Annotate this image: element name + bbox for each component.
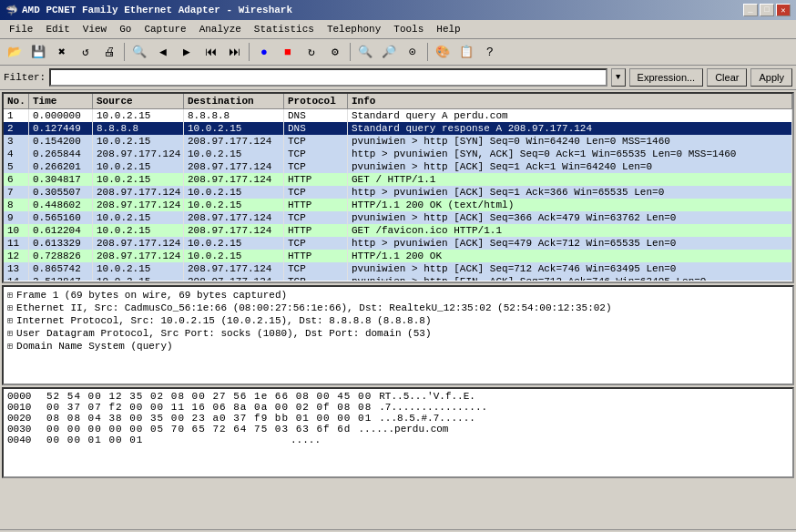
- packet-row[interactable]: 20.1274498.8.8.810.0.2.15DNSStandard que…: [4, 122, 792, 135]
- go-back-button[interactable]: ◀: [152, 41, 174, 63]
- expand-icon: ⊞: [7, 302, 13, 313]
- packet-cell-no: 12: [4, 250, 29, 262]
- expand-icon: ⊞: [7, 290, 13, 301]
- prefs-button[interactable]: 📋: [455, 41, 477, 63]
- filter-bar: Filter: ▼ Expression... Clear Apply: [0, 66, 796, 90]
- detail-row[interactable]: ⊞Internet Protocol, Src: 10.0.2.15 (10.0…: [5, 314, 791, 327]
- col-source[interactable]: Source: [93, 94, 184, 108]
- menu-item-go[interactable]: Go: [114, 22, 137, 36]
- packet-cell-time: 0.612204: [29, 224, 93, 237]
- go-first-button[interactable]: ⏮: [199, 41, 221, 63]
- packet-row[interactable]: 30.15420010.0.2.15208.97.177.124TCPpvuni…: [4, 135, 792, 148]
- packet-cell-no: 4: [4, 148, 29, 160]
- main-content: No. ▲ Time Source Destination Protocol I…: [0, 90, 796, 529]
- filter-dropdown[interactable]: ▼: [611, 68, 626, 87]
- packet-cell-src: 10.0.2.15: [93, 173, 184, 186]
- zoom-normal-button[interactable]: ⊙: [402, 41, 424, 63]
- col-info[interactable]: Info: [348, 94, 792, 108]
- menu-item-statistics[interactable]: Statistics: [249, 22, 320, 36]
- packet-cell-proto: TCP: [284, 237, 348, 250]
- expression-button[interactable]: Expression...: [629, 68, 704, 87]
- packet-cell-time: 0.613329: [29, 237, 93, 250]
- hex-addr: 0040: [7, 435, 39, 445]
- zoom-in-button[interactable]: 🔍: [354, 41, 376, 63]
- colorize-button[interactable]: 🎨: [432, 41, 454, 63]
- close-button[interactable]: ✕: [776, 4, 791, 16]
- packet-cell-time: 0.865742: [29, 262, 93, 275]
- col-destination[interactable]: Destination: [184, 94, 284, 108]
- detail-row[interactable]: ⊞Ethernet II, Src: CadmusCo_56:1e:66 (08…: [5, 302, 791, 314]
- minimize-button[interactable]: _: [743, 4, 758, 16]
- packet-row[interactable]: 90.56516010.0.2.15208.97.177.124TCPpvuni…: [4, 211, 792, 224]
- packet-row[interactable]: 70.305507208.97.177.12410.0.2.15TCPhttp …: [4, 186, 792, 199]
- packet-cell-proto: TCP: [284, 135, 348, 148]
- toolbar: 📂 💾 ✖ ↺ 🖨 🔍 ◀ ▶ ⏮ ⏭ ● ■ ↻ ⚙ 🔍 🔎 ⊙ 🎨 📋 ?: [0, 39, 796, 66]
- hex-row: 001000 37 07 f2 00 00 11 16 06 8a 0a 00 …: [5, 402, 791, 413]
- menu-item-edit[interactable]: Edit: [40, 22, 75, 36]
- packet-cell-dst: 208.97.177.124: [184, 224, 284, 237]
- packet-row[interactable]: 40.265844208.97.177.12410.0.2.15TCPhttp …: [4, 148, 792, 160]
- packet-cell-proto: DNS: [284, 109, 348, 122]
- packet-row[interactable]: 100.61220410.0.2.15208.97.177.124HTTPGET…: [4, 224, 792, 237]
- menu-item-analyze[interactable]: Analyze: [194, 22, 247, 36]
- packet-cell-src: 8.8.8.8: [93, 122, 184, 135]
- go-last-button[interactable]: ⏭: [223, 41, 245, 63]
- packet-row[interactable]: 110.613329208.97.177.12410.0.2.15TCPhttp…: [4, 237, 792, 250]
- detail-row[interactable]: ⊞Domain Name System (query): [5, 340, 791, 353]
- packet-row[interactable]: 50.26620110.0.2.15208.97.177.124TCPpvuni…: [4, 160, 792, 173]
- filter-input[interactable]: [49, 68, 607, 87]
- packet-row[interactable]: 130.86574210.0.2.15208.97.177.124TCPpvun…: [4, 262, 792, 275]
- open-button[interactable]: 📂: [4, 41, 26, 63]
- menu-item-capture[interactable]: Capture: [138, 22, 191, 36]
- capture-start-button[interactable]: ●: [253, 41, 275, 63]
- go-forward-button[interactable]: ▶: [176, 41, 198, 63]
- packet-cell-dst: 10.0.2.15: [184, 199, 284, 211]
- col-time[interactable]: Time: [29, 94, 93, 108]
- apply-button[interactable]: Apply: [750, 68, 792, 87]
- toolbar-sep-3: [350, 43, 351, 61]
- menu-item-tools[interactable]: Tools: [388, 22, 429, 36]
- find-button[interactable]: 🔍: [128, 41, 150, 63]
- capture-restart-button[interactable]: ↻: [301, 41, 322, 63]
- packet-row[interactable]: 10.00000010.0.2.158.8.8.8DNSStandard que…: [4, 109, 792, 122]
- clear-button[interactable]: Clear: [707, 68, 747, 87]
- help-button[interactable]: ?: [479, 41, 501, 63]
- packet-cell-time: 0.127449: [29, 122, 93, 135]
- packet-cell-info: pvuniwien > http [SYN] Seq=0 Win=64240 L…: [348, 135, 792, 148]
- toolbar-sep-1: [124, 43, 125, 61]
- menu-item-view[interactable]: View: [77, 22, 112, 36]
- packet-cell-info: Standard query response A 208.97.177.124: [348, 122, 792, 135]
- save-button[interactable]: 💾: [27, 41, 49, 63]
- detail-row[interactable]: ⊞User Datagram Protocol, Src Port: socks…: [5, 327, 791, 340]
- col-protocol[interactable]: Protocol: [284, 94, 348, 108]
- close-capture-button[interactable]: ✖: [51, 41, 73, 63]
- col-no[interactable]: No. ▲: [4, 94, 29, 108]
- capture-options-button[interactable]: ⚙: [324, 41, 346, 63]
- detail-row[interactable]: ⊞Frame 1 (69 bytes on wire, 69 bytes cap…: [5, 289, 791, 302]
- packet-list-header: No. ▲ Time Source Destination Protocol I…: [4, 94, 792, 109]
- detail-text: User Datagram Protocol, Src Port: socks …: [16, 328, 431, 339]
- menu-item-telephony[interactable]: Telephony: [321, 22, 386, 36]
- packet-row[interactable]: 60.30481710.0.2.15208.97.177.124HTTPGET …: [4, 173, 792, 186]
- packet-cell-no: 14: [4, 275, 29, 281]
- packet-cell-src: 208.97.177.124: [93, 250, 184, 262]
- packet-cell-no: 1: [4, 109, 29, 122]
- packet-cell-no: 10: [4, 224, 29, 237]
- packet-row[interactable]: 120.728826208.97.177.12410.0.2.15HTTPHTT…: [4, 250, 792, 262]
- detail-text: Ethernet II, Src: CadmusCo_56:1e:66 (08:…: [16, 302, 612, 313]
- zoom-out-button[interactable]: 🔎: [378, 41, 400, 63]
- capture-stop-button[interactable]: ■: [277, 41, 299, 63]
- reload-button[interactable]: ↺: [75, 41, 97, 63]
- packet-row[interactable]: 142.51384710.0.2.15208.97.177.124TCPpvun…: [4, 275, 792, 281]
- hex-row: 002008 08 04 38 00 35 00 23 a0 37 f9 bb …: [5, 413, 791, 424]
- packet-cell-info: pvuniwien > http [FIN, ACK] Seq=712 Ack=…: [348, 275, 792, 281]
- packet-cell-info: HTTP/1.1 200 OK: [348, 250, 792, 262]
- print-button[interactable]: 🖨: [98, 41, 120, 63]
- menu-item-help[interactable]: Help: [431, 22, 465, 36]
- hex-addr: 0010: [7, 402, 39, 413]
- packet-row[interactable]: 80.448602208.97.177.12410.0.2.15HTTPHTTP…: [4, 199, 792, 211]
- menu-item-file[interactable]: File: [4, 22, 38, 36]
- packet-cell-time: 2.513847: [29, 275, 93, 281]
- packet-cell-time: 0.448602: [29, 199, 93, 211]
- maximize-button[interactable]: □: [760, 4, 774, 16]
